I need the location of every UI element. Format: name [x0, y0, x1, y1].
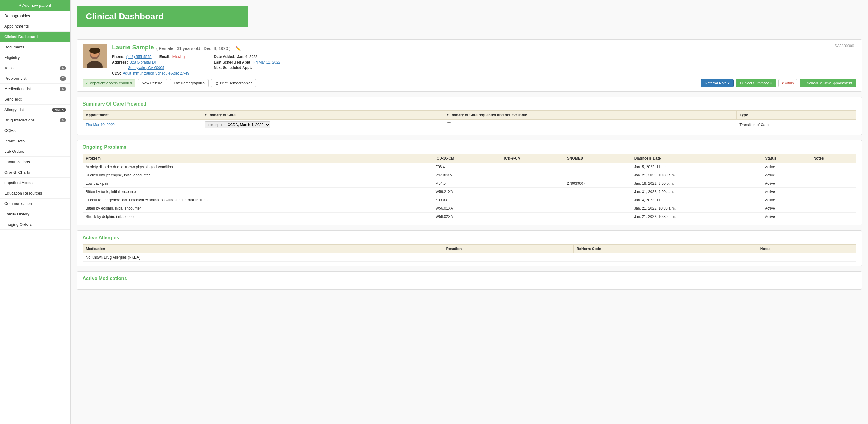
print-demographics-button[interactable]: 🖨 Print Demographics — [211, 79, 256, 87]
sidebar-item-education-resources[interactable]: Education Resources — [0, 188, 70, 199]
clinical-summary-button[interactable]: Clinical Summary ▾ — [736, 79, 776, 87]
sidebar-item-label: Education Resources — [4, 191, 42, 195]
schedule-appointment-button[interactable]: + Schedule New Appointment — [800, 79, 856, 87]
table-row: Sucked into jet engine, initial encounte… — [83, 171, 856, 180]
icd9-code — [501, 196, 564, 204]
new-referral-button[interactable]: New Referral — [138, 79, 167, 87]
svg-point-4 — [89, 48, 100, 54]
referral-note-dropdown-icon: ▾ — [728, 81, 730, 85]
col-notes: Notes — [810, 154, 856, 163]
ongoing-problems-table: Problem ICD-10-CM ICD-9-CM SNOMED Diagno… — [83, 154, 856, 221]
sidebar-item-label: onpatient Access — [4, 180, 34, 185]
date-added-value: Jan. 4, 2022 — [237, 55, 257, 59]
sidebar-item-label: Tasks — [4, 66, 14, 70]
ongoing-problems-title: Ongoing Problems — [83, 145, 856, 150]
problem-name: Low back pain — [83, 180, 432, 188]
patient-demographics: ( Female | 31 years old | Dec. 8, 1990 ) — [156, 46, 231, 51]
sidebar-item-medication-list[interactable]: Medication List6 — [0, 84, 70, 94]
referral-note-button[interactable]: Referral Note ▾ — [701, 79, 734, 87]
sidebar-item-growth-charts[interactable]: Growth Charts — [0, 167, 70, 178]
problem-name: Sucked into jet engine, initial encounte… — [83, 171, 432, 180]
icd10-code: V97.33XA — [432, 171, 501, 180]
active-medications-section: Active Medications — [77, 271, 862, 290]
snomed-code — [564, 213, 631, 221]
sidebar-item-documents[interactable]: Documents — [0, 42, 70, 53]
clinical-summary-dropdown-icon: ▾ — [770, 81, 772, 85]
table-row: Anxiety disorder due to known physiologi… — [83, 163, 856, 171]
sidebar-item-cqms[interactable]: CQMs — [0, 125, 70, 136]
requested-checkbox[interactable] — [447, 122, 451, 126]
sidebar-item-intake-data[interactable]: Intake Data — [0, 136, 70, 146]
sidebar-item-clinical-dashboard[interactable]: Clinical Dashboard — [0, 32, 70, 42]
patient-avatar — [83, 44, 107, 68]
sidebar-item-eligibility[interactable]: Eligibility — [0, 53, 70, 63]
appointment-date[interactable]: Thu Mar 10, 2022 — [83, 120, 202, 130]
sidebar-item-tasks[interactable]: Tasks6 — [0, 63, 70, 73]
add-patient-button[interactable]: + Add new patient — [0, 0, 70, 11]
address-label: Address: — [112, 60, 128, 64]
email-value: Missing — [173, 55, 185, 59]
table-row: Low back pain M54.5 279039007 Jan. 18, 2… — [83, 180, 856, 188]
email-label: Email: — [159, 55, 170, 59]
sidebar-badge: 7 — [60, 77, 66, 81]
table-row: Bitten by dolphin, initial encounter W56… — [83, 204, 856, 213]
sidebar-badge: 6 — [60, 87, 66, 91]
action-bar: ✓ onpatient access enabled New Referral … — [83, 79, 856, 87]
icd10-code: F06.4 — [432, 163, 501, 171]
table-row: Encounter for general adult medical exam… — [83, 196, 856, 204]
sidebar-item-appointments[interactable]: Appointments — [0, 21, 70, 32]
col-appointment: Appointment — [83, 111, 202, 120]
cds-value[interactable]: Adult Immunization Schedule Age: 27-49 — [123, 71, 189, 75]
sidebar-badge: NKDA — [52, 108, 66, 112]
phone-value[interactable]: (443) 555-5555 — [126, 55, 152, 59]
table-row: Struck by dolphin, initial encounter W56… — [83, 213, 856, 221]
sidebar-item-label: Immunizations — [4, 159, 30, 164]
patient-name: Laurie Sample — [112, 44, 154, 51]
table-row: Thu Mar 10, 2022 description: CCDA, Marc… — [83, 120, 856, 130]
sidebar-item-problem-list[interactable]: Problem List7 — [0, 73, 70, 84]
sidebar-item-drug-interactions[interactable]: Drug Interactions5 — [0, 115, 70, 125]
summary-select[interactable]: description: CCDA, March 4, 2022 — [205, 121, 270, 128]
sidebar-item-label: Eligibility — [4, 55, 20, 60]
fax-demographics-button[interactable]: Fax Demographics — [169, 79, 209, 87]
address-city[interactable]: Sunnyvale , CA 60005 — [128, 66, 164, 70]
icd10-code: Z00.00 — [432, 196, 501, 204]
status: Active — [762, 180, 810, 188]
diagnosis-date: Jan. 31, 2022, 9:20 a.m. — [631, 188, 762, 196]
print-demographics-label: Print Demographics — [220, 81, 252, 85]
problem-name: Encounter for general adult medical exam… — [83, 196, 432, 204]
status: Active — [762, 213, 810, 221]
sidebar-item-label: Family History — [4, 212, 29, 216]
notes — [810, 180, 856, 188]
ongoing-problems-section: Ongoing Problems Problem ICD-10-CM ICD-9… — [77, 140, 862, 225]
sidebar-item-allergy-list[interactable]: Allergy ListNKDA — [0, 104, 70, 115]
main-content: Clinical Dashboard Laurie Sample — [70, 0, 868, 424]
sidebar-item-label: Allergy List — [4, 108, 24, 112]
notes — [810, 188, 856, 196]
col-icd9: ICD-9-CM — [501, 154, 564, 163]
sidebar-item-immunizations[interactable]: Immunizations — [0, 157, 70, 167]
diagnosis-date: Jan. 21, 2022, 10:30 a.m. — [631, 213, 762, 221]
vitals-button[interactable]: ♥ Vitals — [778, 79, 798, 87]
col-diagnosis-date: Diagnosis Date — [631, 154, 762, 163]
allergy-medication: No Known Drug Allergies (NKDA) — [83, 253, 443, 262]
sidebar-item-imaging-orders[interactable]: Imaging Orders — [0, 219, 70, 230]
vitals-label: Vitals — [785, 81, 794, 85]
sidebar-item-family-history[interactable]: Family History — [0, 209, 70, 219]
edit-patient-icon[interactable]: ✏️ — [236, 46, 241, 51]
sidebar-item-send-erx[interactable]: Send eRx — [0, 94, 70, 104]
address-value[interactable]: 328 Gibraltar Dr — [130, 60, 156, 64]
sidebar-item-communication[interactable]: Communication — [0, 199, 70, 209]
last-appt-value[interactable]: Fri Mar 11, 2022 — [253, 60, 280, 64]
problem-name: Bitten by turtle, initial encounter — [83, 188, 432, 196]
diagnosis-date: Jan. 18, 2022, 3:30 p.m. — [631, 180, 762, 188]
icd9-code — [501, 163, 564, 171]
diagnosis-date: Jan. 5, 2022, 11 a.m. — [631, 163, 762, 171]
sidebar-item-onpatient-access[interactable]: onpatient Access — [0, 178, 70, 188]
active-allergies-section: Active Allergies Medication Reaction RxN… — [77, 231, 862, 266]
sidebar-item-demographics[interactable]: Demographics — [0, 11, 70, 21]
sidebar-item-lab-orders[interactable]: Lab Orders — [0, 146, 70, 157]
cds-label: CDS: — [112, 71, 121, 75]
col-summary-requested: Summary of Care requested and not availa… — [444, 111, 737, 120]
col-reaction: Reaction — [443, 244, 573, 253]
